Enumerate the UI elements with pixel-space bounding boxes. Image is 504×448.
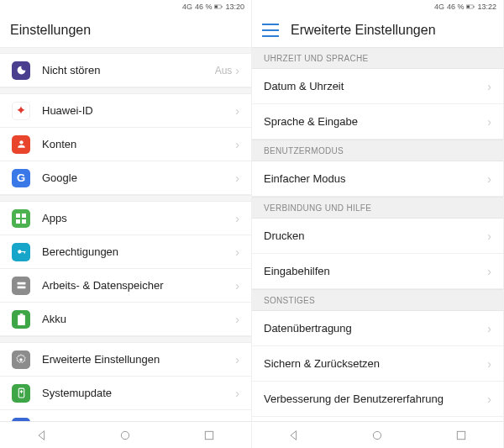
section-user-mode: BENUTZERMODUS [252,140,503,161]
svg-rect-2 [222,6,223,8]
advanced-list[interactable]: UHRZEIT UND SPRACHE Datum & Uhrzeit› Spr… [252,47,503,421]
chevron-right-icon: › [235,313,239,326]
label: Drucken [264,229,487,242]
svg-point-8 [18,250,21,253]
row-huawei-id[interactable]: Huawei-ID › [0,94,251,128]
svg-rect-5 [22,213,26,218]
svg-rect-4 [16,213,20,218]
home-button[interactable] [118,429,132,442]
label: Akku [42,313,235,325]
label: Erweiterte Einstellungen [42,353,235,366]
label: Berechtigungen [42,245,235,258]
row-printing[interactable]: Drucken› [252,219,503,254]
chevron-right-icon: › [487,229,491,243]
chevron-right-icon: › [487,80,491,93]
update-icon [12,384,30,403]
back-button[interactable] [287,429,301,442]
chevron-right-icon: › [235,104,239,118]
label: Eingabehilfen [264,265,487,277]
row-data-transfer[interactable]: Datenübertragung› [252,311,503,346]
row-advanced-settings[interactable]: Erweiterte Einstellungen › [0,343,251,377]
home-button[interactable] [370,429,384,442]
row-language-input[interactable]: Sprache & Eingabe› [252,104,503,140]
chevron-right-icon: › [235,171,239,185]
row-accessibility[interactable]: Eingabehilfen› [252,254,503,289]
signal-icon: 4G [182,3,192,11]
screen-advanced-settings: 4G 46 % 13:22 Erweiterte Einstellungen U… [252,0,504,448]
label: Sprache & Eingabe [264,115,487,128]
svg-point-28 [374,431,381,439]
svg-rect-10 [24,251,24,254]
apps-icon [12,209,30,228]
storage-icon [12,277,30,295]
section-connection-help: VERBINDUNG UND HILFE [252,197,503,219]
battery-icon [12,310,30,329]
battery-icon [466,3,475,11]
row-system-update[interactable]: Systemupdate › [0,377,251,410]
svg-rect-23 [467,6,470,8]
divider [0,47,251,54]
settings-list[interactable]: Nicht stören Aus › Huawei-ID › Konten › … [0,47,251,421]
chevron-right-icon: › [235,387,239,400]
row-battery[interactable]: Akku › [0,303,251,336]
chevron-right-icon: › [487,265,491,278]
divider [0,87,251,94]
chevron-right-icon: › [487,115,491,129]
back-button[interactable] [35,429,49,442]
row-permissions[interactable]: Berechtigungen › [0,235,251,269]
svg-rect-11 [17,282,25,285]
chevron-right-icon: › [235,212,239,225]
svg-rect-14 [18,314,25,324]
chevron-right-icon: › [235,64,239,77]
nav-bar [252,421,503,448]
recents-button[interactable] [202,429,216,442]
row-backup-reset[interactable]: Sichern & Zurücksetzen› [252,346,503,382]
row-simple-mode[interactable]: Einfacher Modus› [252,161,503,197]
accounts-icon [12,135,30,154]
label: Einfacher Modus [264,172,487,185]
svg-rect-21 [205,431,213,439]
row-apps[interactable]: Apps › [0,202,251,235]
svg-rect-13 [19,314,23,315]
divider [0,195,251,202]
signal-icon: 4G [434,3,444,11]
svg-rect-12 [17,287,25,289]
svg-rect-25 [262,24,279,25]
row-user-experience[interactable]: Verbesserung der Benutzererfahrung› [252,382,503,417]
row-storage[interactable]: Arbeits- & Datenspeicher › [0,269,251,303]
chevron-right-icon: › [235,138,239,151]
chevron-right-icon: › [235,245,239,259]
battery-percent: 46 % [447,3,465,11]
recents-button[interactable] [454,429,468,442]
row-google[interactable]: G Google › [0,161,251,195]
label: Konten [42,138,235,150]
row-accounts[interactable]: Konten › [0,128,251,161]
menu-icon[interactable] [262,24,279,37]
chevron-right-icon: › [487,393,491,406]
row-date-time[interactable]: Datum & Uhrzeit› [252,69,503,104]
svg-point-20 [122,431,129,439]
row-about-phone[interactable]: Über das Telefon › [0,410,251,421]
clock: 13:20 [225,3,244,11]
label: Arbeits- & Datenspeicher [42,279,235,292]
svg-rect-1 [215,6,218,8]
svg-rect-24 [474,6,475,8]
svg-rect-29 [457,431,465,439]
chevron-right-icon: › [487,322,491,335]
chevron-right-icon: › [487,172,491,186]
svg-rect-6 [16,219,20,224]
battery-percent: 46 % [195,3,213,11]
row-do-not-disturb[interactable]: Nicht stören Aus › [0,54,251,87]
gear-icon [12,350,30,369]
info-icon [12,418,30,422]
huawei-icon [12,102,30,120]
svg-rect-7 [22,219,26,224]
label: Datenübertragung [264,322,487,335]
battery-icon [214,3,223,11]
label: Verbesserung der Benutzererfahrung [264,393,487,405]
label: Apps [42,212,235,224]
page-title: Einstellungen [10,23,91,38]
label: Huawei-ID [42,104,235,117]
moon-icon [12,61,30,80]
chevron-right-icon: › [235,420,239,422]
